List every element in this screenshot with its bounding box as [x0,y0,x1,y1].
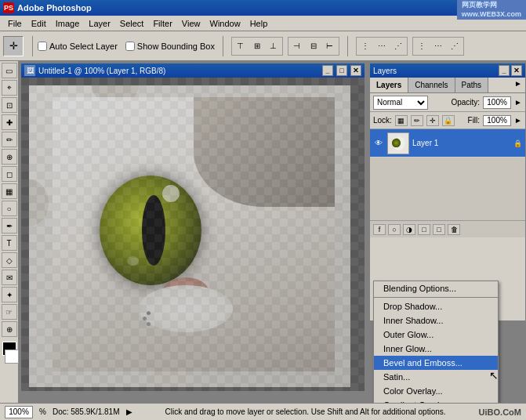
menu-file[interactable]: File [3,17,27,30]
menu-layer[interactable]: Layer [84,17,115,30]
layers-minimize-button[interactable]: _ [499,65,510,76]
toolbar-divider-2 [223,36,223,56]
menu-window[interactable]: Window [205,17,245,30]
align-left-button[interactable]: ⊣ [289,38,305,54]
canvas-background [21,78,365,391]
doc-titlebar: 🖼 Untitled-1 @ 100% (Layer 1, RGB/8) _ □… [21,63,365,78]
move-tool-button[interactable]: ✛ [3,36,24,56]
align-right-button[interactable]: ⊢ [322,38,338,54]
layers-bottom-controls: f ○ ◑ □ □ 🗑 [370,220,525,237]
context-menu: Blending Options... Drop Shadow... Inner… [373,281,499,403]
auto-select-checkbox[interactable] [38,42,47,51]
ctx-inner-shadow[interactable]: Inner Shadow... [374,313,498,328]
ctx-drop-shadow[interactable]: Drop Shadow... [374,299,498,313]
layers-list: 👁 Layer 1 🔒 [370,129,525,220]
menu-bar: File Edit Image Layer Select Filter View… [0,16,526,31]
layers-titlebar: Layers _ ✕ [370,63,525,78]
tab-layers[interactable]: Layers [370,78,408,92]
canvas-area: 🖼 Untitled-1 @ 100% (Layer 1, RGB/8) _ □… [19,61,526,403]
align-hcenter-button[interactable]: ⊟ [306,38,321,54]
ctx-satin[interactable]: Satin... [374,370,498,384]
dodge-tool[interactable]: ○ [2,201,17,216]
doc-restore-button[interactable]: □ [336,65,347,76]
brush-tool[interactable]: ✏ [2,132,17,147]
crop-tool[interactable]: ⊡ [2,97,17,113]
heal-tool[interactable]: ✚ [2,114,17,130]
new-fill-layer-button[interactable]: ◑ [403,224,415,235]
dist-right-button[interactable]: ⋰ [447,38,463,54]
menu-image[interactable]: Image [51,17,85,30]
delete-layer-button[interactable]: 🗑 [448,224,460,235]
toolbar-divider-1 [28,36,33,56]
layers-lock-row: Lock: ▦ ✏ ✛ 🔒 Fill: ► [370,112,525,129]
show-bounding-box-checkbox[interactable] [125,42,135,51]
ctx-gradient-overlay[interactable]: Gradient Overlay... [374,398,498,403]
align-top-button[interactable]: ⊤ [233,38,248,54]
layers-menu-button[interactable]: ► [511,78,525,92]
align-vcenter-button[interactable]: ⊞ [249,38,265,54]
show-bounding-box-label[interactable]: Show Bounding Box [125,42,215,51]
dist-vcenter-button[interactable]: ⋯ [374,38,390,54]
hand-tool[interactable]: ☞ [2,304,17,320]
layer-mask-button[interactable]: ○ [388,224,401,235]
menu-select[interactable]: Select [115,17,149,30]
dist-top-button[interactable]: ⋮ [357,38,373,54]
eraser-tool[interactable]: ◻ [2,166,17,182]
layer-group-button[interactable]: □ [418,224,430,235]
menu-help[interactable]: Help [245,17,273,30]
lock-label: Lock: [373,116,392,125]
ctx-color-overlay[interactable]: Color Overlay... [374,384,498,398]
ctx-inner-glow[interactable]: Inner Glow... [374,342,498,356]
toolbar-divider-3 [347,36,348,56]
doc-close-button[interactable]: ✕ [350,65,361,76]
zoom-input[interactable] [5,406,33,418]
fill-label: Fill: [468,116,481,125]
lock-pixels-button[interactable]: ✏ [411,115,423,126]
ctx-bevel-emboss[interactable]: Bevel and Emboss... [374,356,498,370]
status-bar: % Doc: 585.9K/1.81M ▶ Click and drag to … [0,403,526,420]
zoom-tool[interactable]: ⊕ [2,321,17,337]
doc-minimize-button[interactable]: _ [322,65,333,76]
opacity-input[interactable] [483,96,511,109]
lock-all-button[interactable]: 🔒 [442,115,455,126]
eyedropper-tool[interactable]: ✦ [2,287,17,302]
lock-position-button[interactable]: ✛ [426,115,439,126]
pen-tool[interactable]: ✒ [2,218,17,234]
dist-hcenter-button[interactable]: ⋯ [430,38,446,54]
menu-edit[interactable]: Edit [27,17,51,30]
gradient-tool[interactable]: ▦ [2,183,17,199]
opacity-arrow[interactable]: ► [514,98,522,107]
ctx-outer-glow[interactable]: Outer Glow... [374,328,498,342]
layer-item-1[interactable]: 👁 Layer 1 🔒 [370,129,525,158]
tab-paths[interactable]: Paths [455,78,489,92]
fill-arrow[interactable]: ► [514,116,522,125]
layers-window-controls: _ ✕ [499,65,522,76]
app-title: Adobe Photoshop [17,3,523,13]
dist-left-button[interactable]: ⋮ [414,38,430,54]
lasso-tool[interactable]: ⌖ [2,80,17,96]
layer-1-thumb-preview [388,133,408,154]
new-layer-button[interactable]: □ [433,224,445,235]
layer-1-visibility[interactable]: 👁 [373,138,384,149]
auto-select-label[interactable]: Auto Select Layer [38,42,118,51]
watermark: UiBO.CoM [479,407,521,417]
dist-bottom-button[interactable]: ⋰ [390,38,406,54]
text-tool[interactable]: T [2,235,17,251]
left-palette: ▭ ⌖ ⊡ ✚ ✏ ⊕ ◻ ▦ ○ ✒ T ◇ ✉ ✦ ☞ ⊕ [0,61,19,403]
tab-channels[interactable]: Channels [408,78,455,92]
blend-mode-select[interactable]: Normal [373,96,428,110]
layers-close-button[interactable]: ✕ [511,65,522,76]
fill-input[interactable] [483,115,511,126]
path-tool[interactable]: ◇ [2,252,17,268]
ctx-blending-options[interactable]: Blending Options... [374,281,498,295]
align-bottom-button[interactable]: ⊥ [266,38,281,54]
menu-view[interactable]: View [177,17,205,30]
lock-transparent-button[interactable]: ▦ [395,115,408,126]
layer-styles-button[interactable]: f [373,224,386,235]
status-message: Click and drag to move layer or selectio… [139,407,473,416]
background-color[interactable] [5,349,19,364]
stamp-tool[interactable]: ⊕ [2,149,17,165]
selection-tool[interactable]: ▭ [2,63,17,78]
menu-filter[interactable]: Filter [148,17,176,30]
notes-tool[interactable]: ✉ [2,270,17,285]
